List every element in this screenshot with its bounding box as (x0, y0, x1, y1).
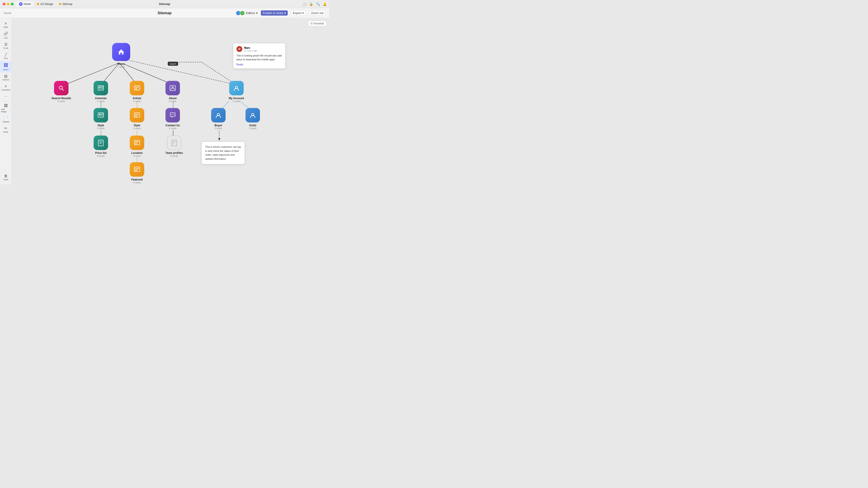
tab-ux-design[interactable]: UX Design (34, 2, 56, 6)
topbar: Saved Sitemap Editors ▾ Publish & share … (0, 8, 329, 18)
comment-author: Marc (244, 46, 257, 50)
contact-us-icon (165, 108, 180, 123)
team-profiles-icon (167, 135, 182, 150)
tab-home-label: Home (24, 2, 31, 6)
home-node-label: Home (117, 62, 125, 66)
login-badge[interactable]: Log in (168, 62, 178, 66)
maximize-button[interactable] (11, 3, 13, 5)
sidebar-item-link[interactable]: Link (0, 30, 11, 41)
svg-rect-27 (101, 88, 103, 88)
svg-rect-28 (99, 89, 103, 89)
traffic-lights (3, 3, 13, 5)
board-icon (4, 63, 8, 68)
node-artworks[interactable]: Artworks 0 cards (94, 81, 108, 103)
node-artists[interactable]: Artists 0 cards (130, 81, 144, 103)
svg-rect-38 (101, 113, 103, 114)
node-about[interactable]: About 0 cards (165, 81, 180, 103)
line-icon: ╱ (5, 53, 7, 57)
node-featured[interactable]: Featured 0 cards (130, 162, 144, 184)
tab-sitemap[interactable]: Sitemap (56, 2, 75, 6)
search-results-label: Search Results (52, 97, 71, 100)
node-price-list[interactable]: Price list 0 words (94, 135, 108, 157)
sidebar-item-comment[interactable]: ≡ Comment (0, 83, 11, 93)
team-profiles-label: Team profiles (165, 151, 183, 155)
featured-icon (130, 162, 144, 177)
artworks-style-label: Style (98, 124, 104, 127)
sidebar-item-line[interactable]: ╱ Line (0, 51, 11, 61)
sidebar-note-label: Note (4, 26, 8, 28)
tab-sitemap-dot (59, 3, 61, 5)
publish-share-label: Publish & share (263, 11, 283, 15)
login-badge-label: Log in (169, 62, 176, 65)
svg-rect-50 (98, 140, 103, 146)
sidebar-item-note[interactable]: ≡ Note (0, 20, 11, 30)
svg-rect-24 (98, 86, 103, 90)
lock-icon[interactable]: 🔒 (309, 2, 313, 6)
buyer-icon (211, 108, 225, 123)
sidebar-item-column[interactable]: ▤ Column (0, 72, 11, 83)
sidebar-item-trash[interactable]: 🗑 Trash (0, 172, 11, 183)
my-account-icon (229, 81, 244, 95)
artworks-label: Artworks (95, 97, 107, 100)
close-button[interactable] (3, 3, 5, 5)
comment-meta: Marc 21 hours ago (244, 46, 257, 52)
editors-label: Editors (246, 11, 255, 15)
editors-button[interactable]: Editors ▾ (237, 11, 258, 15)
node-buyer[interactable]: Buyer 0 cards (211, 108, 225, 130)
my-account-sub: 2 cards (232, 100, 240, 103)
sidebar-item-draw[interactable]: ✏ Draw (0, 125, 11, 135)
zoom-out-button[interactable]: Zoom out (309, 10, 326, 16)
sidebar-upload-label: Upload (2, 121, 9, 123)
team-profiles-sub: 0 words (170, 155, 178, 157)
artists-sub: 0 cards (133, 100, 141, 103)
tab-ux-label: UX Design (40, 2, 53, 6)
sidebar-item-board[interactable]: Board (0, 61, 11, 72)
device-icon[interactable]: ⬜ (303, 2, 306, 6)
minimize-button[interactable] (7, 3, 9, 5)
sidebar-item-add-image[interactable]: 🖼 Add image (0, 102, 11, 115)
node-my-account[interactable]: My Account 2 cards (229, 81, 244, 103)
svg-rect-1 (6, 63, 8, 65)
node-search-results[interactable]: Search Results 0 cards (52, 81, 71, 103)
unsorted-label: 0 Unsorted (311, 22, 324, 25)
svg-rect-58 (172, 140, 177, 146)
tooltip-bubble: This is where customers can log in and c… (202, 142, 245, 164)
about-sub: 0 cards (169, 100, 177, 103)
artworks-style-icon (94, 108, 108, 123)
location-icon (130, 135, 144, 150)
svg-rect-40 (99, 116, 103, 116)
titlebar: M Home UX Design Sitemap Sitemap ⬜ 🔒 🔍 🔔 (0, 0, 329, 8)
main-layout: ≡ Note Link ☰ To-do ╱ Line Board ▤ Colum… (0, 18, 329, 184)
comment-header: M Marc 21 hours ago (237, 46, 282, 52)
tab-home[interactable]: M Home (16, 1, 34, 7)
miro-logo: M (19, 2, 23, 6)
unsorted-button[interactable]: 0 Unsorted (308, 21, 327, 26)
sidebar-line-label: Line (4, 57, 8, 59)
artworks-style-sub: 0 cards (97, 127, 105, 130)
browser-tabs: M Home UX Design Sitemap (16, 1, 75, 7)
publish-share-button[interactable]: Publish & share ▾ (261, 10, 287, 15)
sidebar-item-upload[interactable]: 📄 Upload (0, 115, 11, 125)
node-artist-account[interactable]: Artist 0 cards (246, 108, 260, 130)
comment-reply-button[interactable]: Reply (237, 63, 282, 66)
sidebar-item-todo[interactable]: ☰ To-do (0, 41, 11, 51)
node-contact-us[interactable]: Contact Us 0 cards (165, 108, 180, 130)
node-home[interactable]: Home 7 cards (112, 43, 130, 68)
artist-account-icon (246, 108, 260, 123)
artists-style-sub: 0 cards (133, 127, 141, 130)
artworks-sub: 0 cards (97, 100, 105, 103)
node-artists-style[interactable]: Style 0 cards (130, 108, 144, 130)
sidebar-add-image-label: Add image (1, 108, 11, 113)
comment-time: 21 hours ago (244, 50, 257, 52)
svg-line-4 (65, 63, 119, 85)
zoom-label: Zoom out (311, 11, 323, 15)
node-location[interactable]: Location 0 cards (130, 135, 144, 157)
node-artworks-style[interactable]: Style 0 cards (94, 108, 108, 130)
bell-icon[interactable]: 🔔 (323, 2, 327, 6)
node-team-profiles[interactable]: Team profiles 0 words (165, 135, 183, 157)
export-button[interactable]: Export ▾ (291, 10, 306, 16)
comment-icon: ≡ (5, 85, 7, 88)
search-icon[interactable]: 🔍 (316, 2, 320, 6)
sidebar: ≡ Note Link ☰ To-do ╱ Line Board ▤ Colum… (0, 18, 12, 184)
sidebar-item-more[interactable]: ··· (0, 93, 11, 100)
